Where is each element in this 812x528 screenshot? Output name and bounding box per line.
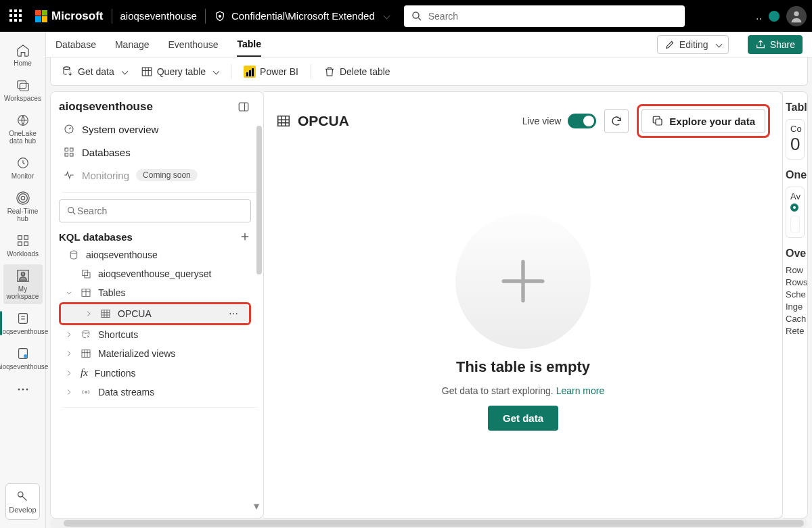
tree-search-input[interactable] [77, 206, 244, 216]
svg-rect-54 [278, 116, 290, 126]
query-table-tool[interactable]: Query table [138, 63, 221, 80]
brand-label: Microsoft [51, 9, 104, 23]
editing-button[interactable]: Editing [657, 35, 729, 54]
table-icon [81, 348, 91, 359]
gauge-icon [63, 123, 75, 135]
rail-my-workspace[interactable]: My workspace [3, 264, 43, 304]
details-panel-collapsed: Tabl Co 0 One Av Ove Row Rows Sche Inge … [783, 91, 808, 519]
rail-monitor[interactable]: Monitor [3, 151, 43, 184]
chevron-down-icon [713, 39, 721, 50]
svg-point-19 [23, 354, 26, 358]
get-data-button[interactable]: Get data [488, 406, 558, 431]
rail-eventhouse-1[interactable]: aioqseventhouse [3, 307, 43, 339]
onelake-icon [16, 113, 30, 128]
power-bi-tool[interactable]: Power BI [241, 63, 301, 80]
table-icon [276, 114, 291, 128]
tree-queryset-node[interactable]: aioqseventhouse_queryset [59, 264, 261, 283]
sensitivity-label[interactable]: Confidential\Microsoft Extended [214, 10, 389, 22]
nav-system-overview[interactable]: System overview [59, 118, 261, 141]
top-bar: Microsoft aioqseventhouse Confidential\M… [0, 0, 812, 32]
share-button[interactable]: Share [748, 35, 803, 54]
database-tree-panel: aioqseventhouse System overview Database… [50, 91, 264, 519]
rail-realtime-hub[interactable]: Real-Time hub [3, 187, 43, 226]
table-canvas: OPCUA Live view Explore your data [264, 91, 783, 519]
learn-more-link[interactable]: Learn more [556, 385, 605, 396]
svg-rect-59 [656, 119, 662, 125]
explore-data-button[interactable]: Explore your data [641, 109, 765, 133]
svg-rect-11 [18, 236, 22, 240]
live-view-toggle[interactable]: Live view [522, 114, 597, 128]
chevron-right-icon [84, 309, 93, 318]
table-toolbar: Get data Query table Power BI Delete tab… [50, 57, 808, 86]
refresh-button[interactable] [604, 109, 629, 133]
presence-indicator-icon [769, 11, 780, 22]
svg-point-33 [68, 208, 74, 213]
horizontal-scrollbar[interactable] [50, 519, 808, 528]
details-header: Tabl [786, 101, 805, 114]
svg-rect-26 [239, 103, 248, 111]
tree-functions-folder[interactable]: fx Functions [59, 363, 261, 383]
tree-tables-folder[interactable]: Tables [59, 283, 261, 302]
chevron-right-icon [64, 330, 74, 339]
avatar[interactable] [786, 6, 807, 26]
svg-rect-38 [83, 270, 88, 276]
shortcuts-icon [81, 329, 91, 340]
copy-icon [652, 115, 664, 127]
table-green-icon [100, 308, 111, 319]
scroll-down-caret-icon[interactable]: ▾ [254, 500, 259, 512]
empty-plus-icon [455, 214, 591, 349]
rail-home[interactable]: Home [3, 39, 43, 71]
eventhouse-icon [16, 311, 30, 326]
global-search[interactable] [404, 5, 685, 27]
radio-selected-icon[interactable] [790, 203, 798, 212]
svg-point-37 [70, 251, 76, 254]
toggle-switch[interactable] [568, 114, 596, 128]
tab-manage[interactable]: Manage [115, 33, 150, 56]
svg-line-34 [73, 212, 75, 214]
panel-toggle-icon[interactable] [238, 101, 250, 113]
tree-search[interactable] [59, 199, 251, 222]
svg-point-21 [64, 66, 70, 69]
realtime-icon [16, 191, 30, 206]
rail-more[interactable]: ⋯ [3, 379, 43, 400]
more-icon[interactable]: ⋯ [229, 308, 240, 319]
svg-rect-14 [24, 242, 28, 246]
rail-eventhouse-2[interactable]: aioqseventhouse [3, 342, 43, 375]
nav-monitoring: MonitoringComing soon [59, 164, 261, 187]
tree-title: aioqseventhouse [59, 100, 153, 114]
plus-icon[interactable] [239, 231, 251, 243]
svg-rect-5 [20, 83, 28, 91]
tab-eventhouse[interactable]: Eventhouse [168, 33, 219, 56]
chevron-right-icon [64, 387, 74, 397]
tab-database[interactable]: Database [55, 33, 96, 56]
queryset-icon [81, 268, 91, 279]
nav-databases[interactable]: Databases [59, 141, 261, 164]
get-data-tool[interactable]: Get data [59, 63, 130, 80]
svg-rect-13 [18, 242, 22, 246]
coming-soon-badge: Coming soon [136, 169, 198, 181]
chevron-down-icon [118, 66, 127, 77]
tree-scrollbar[interactable] [256, 119, 262, 322]
tree-db-node[interactable]: aioqseventhouse [59, 245, 261, 264]
search-input[interactable] [428, 11, 678, 22]
separator [112, 9, 112, 24]
separator [205, 9, 206, 24]
person-icon [789, 9, 804, 24]
delete-table-tool[interactable]: Delete table [321, 63, 393, 80]
svg-point-20 [18, 492, 22, 497]
app-launcher-icon[interactable] [9, 9, 23, 23]
rail-develop[interactable]: Develop [5, 483, 40, 520]
stream-icon [81, 387, 91, 398]
workspaces-icon [16, 78, 30, 93]
tree-shortcuts-folder[interactable]: Shortcuts [59, 325, 261, 344]
rail-onelake[interactable]: OneLake data hub [3, 109, 43, 149]
tree-opcua-table[interactable]: OPCUA ⋯ [61, 304, 249, 323]
tree-datastreams-folder[interactable]: Data streams [59, 383, 261, 402]
workspace-crumb[interactable]: aioqseventhouse [120, 10, 197, 22]
svg-rect-30 [70, 148, 74, 151]
rail-workloads[interactable]: Workloads [3, 229, 43, 262]
tree-matviews-folder[interactable]: Materialized views [59, 344, 261, 363]
tab-table[interactable]: Table [237, 32, 261, 57]
chevron-right-icon [64, 349, 74, 358]
rail-workspaces[interactable]: Workspaces [3, 74, 43, 106]
